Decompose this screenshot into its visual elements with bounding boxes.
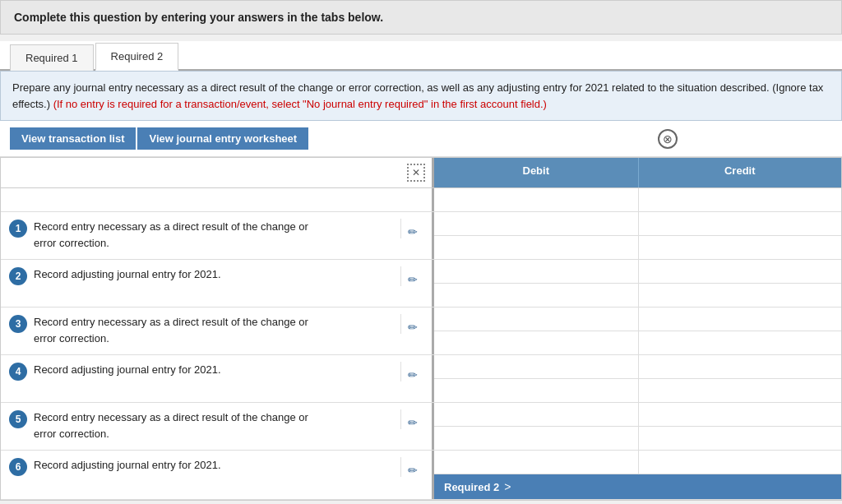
grid-cell[interactable]	[638, 451, 842, 474]
entry-number-2: 2	[9, 267, 27, 285]
entry-number-3: 3	[9, 315, 27, 333]
bottom-nav-label: Required 2	[444, 481, 499, 493]
grid-cell[interactable]	[434, 260, 638, 283]
blank-row-0	[1, 188, 841, 212]
x-icon[interactable]: ✕	[407, 164, 425, 182]
pencil-icon: ✏	[408, 273, 418, 286]
pencil-5[interactable]: ✏	[400, 409, 423, 429]
tabs-bar: Required 1 Required 2	[0, 41, 842, 71]
pencil-6[interactable]: ✏	[400, 457, 423, 477]
credit-header: Credit	[638, 158, 842, 187]
table-header-row: ✕ Debit Credit	[1, 158, 841, 188]
close-button[interactable]: ⊗	[658, 129, 678, 149]
table-row: 4 Record adjusting journal entry for 202…	[1, 355, 841, 403]
header-text: Complete this question by entering your …	[14, 11, 383, 24]
pencil-icon: ✏	[408, 416, 418, 429]
grid-cell	[638, 188, 842, 211]
bottom-nav-arrow[interactable]: >	[504, 480, 511, 493]
tab-required-2[interactable]: Required 2	[95, 43, 179, 71]
close-icon: ⊗	[663, 132, 673, 146]
grid-cell[interactable]	[638, 284, 842, 307]
action-buttons-row: View transaction list View journal entry…	[0, 121, 842, 157]
grid-cell[interactable]	[434, 307, 638, 331]
grid-cell[interactable]	[638, 355, 842, 378]
pencil-icon: ✏	[408, 321, 418, 334]
grid-cell[interactable]	[638, 236, 842, 259]
entry-text-2: Record adjusting journal entry for 2021.	[34, 266, 394, 283]
grid-cell[interactable]	[638, 403, 842, 426]
pencil-1[interactable]: ✏	[400, 219, 423, 238]
bottom-nav-bar: Required 2 >	[434, 474, 841, 499]
pencil-3[interactable]: ✏	[400, 314, 423, 334]
grid-cell[interactable]	[434, 403, 638, 426]
grid-cell	[434, 188, 638, 211]
grid-cell[interactable]	[434, 451, 638, 474]
pencil-4[interactable]: ✏	[400, 362, 423, 381]
entry-number-6: 6	[9, 458, 27, 476]
table-row: 3 Record entry necessary as a direct res…	[1, 307, 841, 355]
view-transaction-button[interactable]: View transaction list	[10, 127, 136, 150]
grid-cell[interactable]	[434, 284, 638, 307]
entry-number-5: 5	[9, 410, 27, 428]
grid-cell[interactable]	[638, 331, 842, 354]
grid-cell[interactable]	[434, 379, 638, 402]
pencil-2[interactable]: ✏	[400, 266, 423, 286]
tab-required-1[interactable]: Required 1	[10, 44, 94, 71]
entry-text-3: Record entry necessary as a direct resul…	[34, 314, 394, 346]
pencil-icon: ✏	[408, 225, 418, 238]
entry-text-4: Record adjusting journal entry for 2021.	[34, 362, 394, 378]
entry-number-1: 1	[9, 220, 27, 238]
pencil-icon: ✏	[408, 464, 418, 477]
entry-text-5: Record entry necessary as a direct resul…	[34, 409, 394, 442]
entry-number-4: 4	[9, 363, 27, 381]
entry-text-1: Record entry necessary as a direct resul…	[34, 219, 394, 251]
page-wrapper: Complete this question by entering your …	[0, 0, 842, 501]
table-row: 2 Record adjusting journal entry for 202…	[1, 260, 841, 307]
grid-cell[interactable]	[434, 236, 638, 259]
view-journal-button[interactable]: View journal entry worksheet	[137, 127, 308, 150]
table-row: 1 Record entry necessary as a direct res…	[1, 212, 841, 260]
pencil-icon: ✏	[408, 368, 418, 381]
grid-cell[interactable]	[638, 212, 842, 235]
grid-cell[interactable]	[638, 427, 842, 450]
grid-cell[interactable]	[434, 427, 638, 450]
debit-header: Debit	[434, 158, 638, 187]
grid-cell[interactable]	[638, 307, 842, 331]
grid-cell[interactable]	[434, 212, 638, 235]
grid-cell[interactable]	[638, 379, 842, 402]
grid-cell[interactable]	[638, 260, 842, 283]
grid-cell[interactable]	[434, 355, 638, 378]
grid-cell[interactable]	[434, 331, 638, 354]
instructions-box: Prepare any journal entry necessary as a…	[0, 71, 842, 121]
table-row: 5 Record entry necessary as a direct res…	[1, 403, 841, 451]
header-banner: Complete this question by entering your …	[0, 0, 842, 35]
instructions-red: (If no entry is required for a transacti…	[53, 98, 547, 110]
main-table-area: ✕ Debit Credit	[0, 157, 842, 501]
table-row: 6 Record adjusting journal entry for 202…	[1, 451, 841, 500]
entry-text-6: Record adjusting journal entry for 2021.	[34, 457, 394, 474]
